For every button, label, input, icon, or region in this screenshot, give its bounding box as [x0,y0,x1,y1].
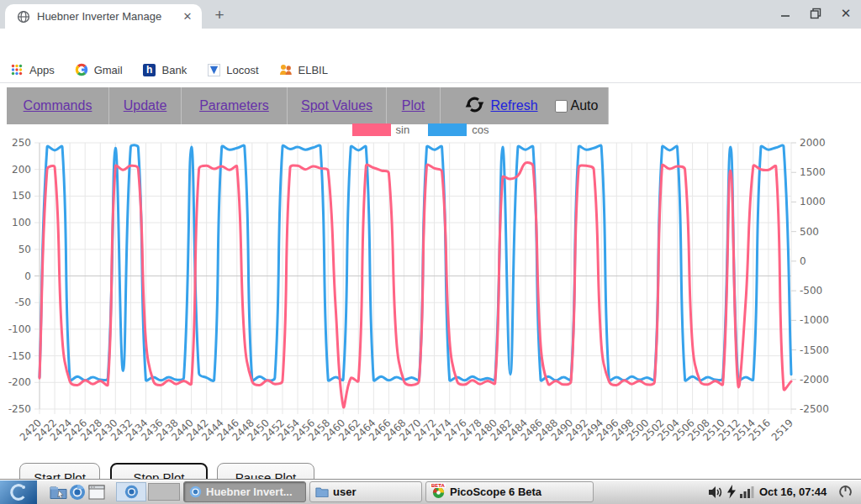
nav-link-update[interactable]: Update [124,98,167,113]
bookmark-label: Locost [226,64,258,76]
sin-swatch [352,123,391,136]
bookmark-bank[interactable]: h Bank [143,63,188,76]
svg-text:0: 0 [24,270,31,282]
bookmark-label: Gmail [94,64,123,76]
chromium-tray-icon[interactable] [116,482,146,501]
apps-grid-icon [10,63,24,76]
file-manager-launcher-icon[interactable] [49,483,67,501]
tab-title: Huebner Inverter Manage [37,10,168,23]
chart-legend: sin cos [0,123,841,136]
restore-icon[interactable] [807,5,824,22]
taskbar-item-picoscope[interactable]: BETA PicoScope 6 Beta [425,481,594,502]
nav-refresh-cell: Refresh Auto [441,87,609,124]
taskbar: Huebner Invert... user BETA PicoScope 6 … [0,480,861,504]
bookmark-label: Bank [162,64,188,76]
new-tab-button[interactable]: + [210,6,229,24]
globe-favicon-icon [17,10,30,24]
svg-text:250: 250 [12,137,31,149]
auto-checkbox[interactable] [555,100,568,113]
window-controls: ✕ [777,5,854,22]
svg-text:50: 50 [18,244,31,255]
svg-text:-1000: -1000 [800,314,829,326]
svg-text:1500: 1500 [800,166,826,178]
workspace-pager[interactable] [148,483,180,501]
svg-text:150: 150 [12,190,31,202]
start-menu-button[interactable] [0,480,37,504]
power-bolt-icon[interactable] [726,485,737,502]
nav-links: CommandsUpdateParametersSpot ValuesPlot [7,87,441,124]
nav-cell-parameters: Parameters [182,87,288,124]
task-label: PicoScope 6 Beta [450,486,541,498]
nav-cell-spot-values: Spot Values [288,87,387,124]
svg-text:500: 500 [800,226,819,238]
picoscope-icon: BETA [431,485,446,499]
chromium-launcher-icon[interactable] [68,483,87,501]
svg-text:-2500: -2500 [800,403,829,415]
taskbar-item-user[interactable]: user [309,481,422,502]
svg-text:-2000: -2000 [800,374,829,386]
taskbar-clock[interactable]: Oct 16, 07:44 [759,486,827,498]
series-line-cos [40,145,791,381]
svg-text:1000: 1000 [800,196,826,207]
task-label: Huebner Invert... [206,486,293,498]
cos-swatch [428,123,467,136]
task-label: user [333,486,356,498]
taskbar-item-huebner[interactable]: Huebner Invert... [183,481,306,502]
bookmark-label: Apps [29,64,55,76]
bookmark-apps[interactable]: Apps [10,63,55,76]
locost-icon [207,63,220,76]
series-line-sin [40,162,791,407]
nav-link-commands[interactable]: Commands [24,98,92,113]
bookmark-elbil[interactable]: ELBIL [279,63,328,76]
chromium-icon [189,486,202,498]
folder-icon [315,486,329,497]
auto-label: Auto [571,98,599,113]
legend-item-sin[interactable]: sin [352,123,410,136]
line-chart: 2420242224242426242824302432243424362438… [0,126,841,458]
refresh-icon[interactable] [464,94,485,118]
beta-badge: BETA [430,483,446,488]
desktop-window-launcher-icon[interactable] [87,483,106,501]
svg-text:-50: -50 [14,297,31,308]
bookmark-gmail[interactable]: Gmail [75,63,123,76]
svg-text:-500: -500 [800,285,822,297]
legend-label-cos: cos [472,123,489,136]
close-window-icon[interactable]: ✕ [837,5,854,22]
svg-text:-1500: -1500 [800,344,829,356]
nav-link-spot-values[interactable]: Spot Values [301,98,372,113]
bookmarks-bar: Apps Gmail h Bank Locost ELBIL [0,57,861,83]
svg-text:-150: -150 [8,350,31,362]
nav-cell-update: Update [109,87,182,124]
legend-label-sin: sin [396,123,410,136]
nav-cell-commands: Commands [7,87,109,124]
lubuntu-logo-icon [8,482,29,502]
svg-text:-100: -100 [8,323,31,335]
desktop: { "browser": { "tab": { "title": "Huebne… [0,0,861,504]
browser-toolbar: Not secure 192.168.4.1/#spot ☆ ⋮ [0,29,861,57]
volume-icon[interactable] [708,486,724,502]
network-signal-icon[interactable] [740,486,754,501]
svg-text:-200: -200 [8,376,31,388]
legend-item-cos[interactable]: cos [428,123,489,136]
browser-tab[interactable]: Huebner Inverter Manage ✕ [5,4,202,29]
bookmark-label: ELBIL [298,64,328,76]
shutdown-icon[interactable] [838,485,853,502]
gmail-icon [75,63,88,76]
nav-link-parameters[interactable]: Parameters [199,98,269,113]
bookmark-locost[interactable]: Locost [207,63,258,76]
refresh-link[interactable]: Refresh [491,98,538,113]
svg-text:2519: 2519 [769,417,795,443]
svg-text:-250: -250 [8,403,31,415]
nav-cell-plot: Plot [387,87,441,124]
svg-text:2000: 2000 [800,137,826,149]
elbil-icon [279,63,293,76]
tab-strip: Huebner Inverter Manage ✕ + ✕ [0,0,861,29]
nav-link-plot[interactable]: Plot [402,98,425,113]
bank-icon: h [143,63,156,76]
svg-text:0: 0 [800,255,806,267]
minimize-icon[interactable] [777,5,794,22]
page-nav-bar: CommandsUpdateParametersSpot ValuesPlot … [7,87,609,124]
tab-close-icon[interactable]: ✕ [180,9,195,24]
svg-text:100: 100 [12,217,31,228]
svg-text:200: 200 [12,164,31,176]
